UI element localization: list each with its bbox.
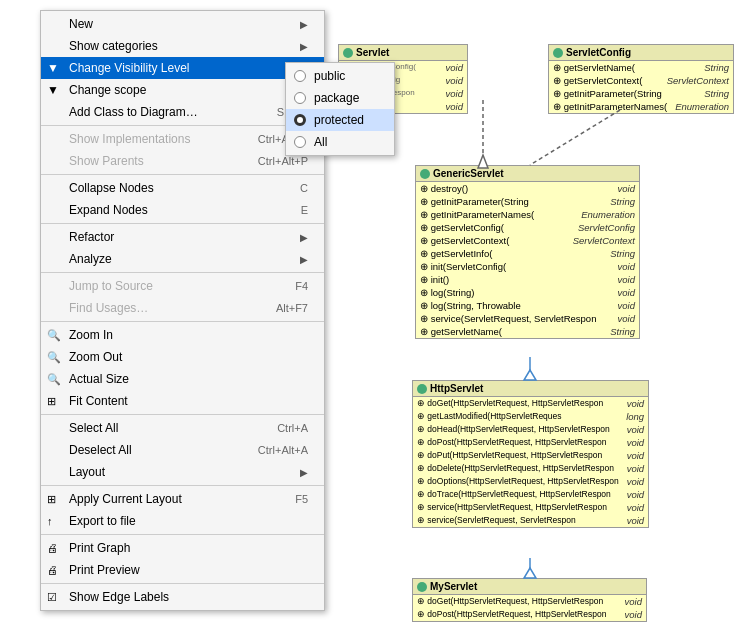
uml-row: ⊕ doGet(HttpServletRequest, HttpServletR… [413, 595, 646, 608]
separator [41, 583, 324, 584]
menu-item-show-parents: Show Parents Ctrl+Alt+P [41, 150, 324, 172]
submenu-arrow-icon: ▶ [300, 232, 308, 243]
separator [41, 534, 324, 535]
visibility-submenu: public package protected All [285, 62, 395, 156]
svg-marker-4 [524, 370, 536, 380]
filter2-icon: ▼ [47, 83, 59, 97]
uml-servletconfig-header: ServletConfig [549, 45, 733, 61]
uml-httpservlet-header: HttpServlet [413, 381, 648, 397]
uml-row: ⊕ getInitParameterNames(Enumeration [549, 100, 733, 113]
uml-servletconfig[interactable]: ServletConfig ⊕ getServletName(String ⊕ … [548, 44, 734, 114]
menu-item-select-all[interactable]: Select All Ctrl+A [41, 417, 324, 439]
actual-size-icon: 🔍 [47, 373, 61, 386]
uml-row: ⊕ service(ServletRequest, ServletResponv… [413, 514, 648, 527]
uml-row: ⊕ getServletName(String [549, 61, 733, 74]
menu-item-zoom-out[interactable]: 🔍 Zoom Out [41, 346, 324, 368]
uml-row: ⊕ getServletContext(ServletContext [416, 234, 639, 247]
print-preview-icon: 🖨 [47, 564, 58, 576]
uml-row: ⊕ doPost(HttpServletRequest, HttpServlet… [413, 436, 648, 449]
menu-item-print-preview[interactable]: 🖨 Print Preview [41, 559, 324, 581]
menu-item-refactor[interactable]: Refactor ▶ [41, 226, 324, 248]
menu-item-zoom-in[interactable]: 🔍 Zoom In [41, 324, 324, 346]
apply-layout-icon: ⊞ [47, 493, 56, 506]
uml-row: ⊕ doOptions(HttpServletRequest, HttpServ… [413, 475, 648, 488]
radio-all [294, 136, 306, 148]
uml-myservlet[interactable]: MyServlet ⊕ doGet(HttpServletRequest, Ht… [412, 578, 647, 622]
uml-genericservlet-header: GenericServlet [416, 166, 639, 182]
menu-item-layout[interactable]: Layout ▶ [41, 461, 324, 483]
menu-item-change-visibility[interactable]: ▼ Change Visibility Level ▶ [41, 57, 324, 79]
zoom-out-icon: 🔍 [47, 351, 61, 364]
uml-row: ⊕ doHead(HttpServletRequest, HttpServlet… [413, 423, 648, 436]
menu-item-expand-nodes[interactable]: Expand Nodes E [41, 199, 324, 221]
uml-row: ⊕ getServletConfig(ServletConfig [416, 221, 639, 234]
print-graph-icon: 🖨 [47, 542, 58, 554]
uml-row: ⊕ doPut(HttpServletRequest, HttpServletR… [413, 449, 648, 462]
menu-item-apply-layout[interactable]: ⊞ Apply Current Layout F5 [41, 488, 324, 510]
uml-row: ⊕ getInitParameterNames(Enumeration [416, 208, 639, 221]
uml-row: ⊕ doGet(HttpServletRequest, HttpServletR… [413, 397, 648, 410]
uml-row: ⊕ doPost(HttpServletRequest, HttpServlet… [413, 608, 646, 621]
radio-public [294, 70, 306, 82]
uml-row: ⊕ init()void [416, 273, 639, 286]
menu-item-fit-content[interactable]: ⊞ Fit Content [41, 390, 324, 412]
uml-row: ⊕ init(ServletConfig(void [416, 260, 639, 273]
export-icon: ↑ [47, 515, 53, 527]
separator [41, 223, 324, 224]
separator [41, 125, 324, 126]
menu-item-actual-size[interactable]: 🔍 Actual Size [41, 368, 324, 390]
uml-row: ⊕ service(HttpServletRequest, HttpServle… [413, 501, 648, 514]
submenu-arrow-icon: ▶ [300, 41, 308, 52]
uml-row: ⊕ log(String, Throwablevoid [416, 299, 639, 312]
uml-row: ⊕ service(ServletRequest, ServletResponv… [416, 312, 639, 325]
menu-item-print-graph[interactable]: 🖨 Print Graph [41, 537, 324, 559]
submenu-item-protected[interactable]: protected [286, 109, 394, 131]
radio-protected [294, 114, 306, 126]
submenu-item-package[interactable]: package [286, 87, 394, 109]
uml-row: ⊕ doDelete(HttpServletRequest, HttpServl… [413, 462, 648, 475]
uml-row: ⊕ getServletContext(ServletContext [549, 74, 733, 87]
submenu-arrow-icon: ▶ [300, 254, 308, 265]
menu-item-deselect-all[interactable]: Deselect All Ctrl+Alt+A [41, 439, 324, 461]
separator [41, 321, 324, 322]
separator [41, 485, 324, 486]
menu-item-export-file[interactable]: ↑ Export to file [41, 510, 324, 532]
uml-genericservlet[interactable]: GenericServlet ⊕ destroy()void ⊕ getInit… [415, 165, 640, 339]
uml-row: ⊕ log(String)void [416, 286, 639, 299]
separator [41, 414, 324, 415]
uml-row: ⊕ getInitParameter(StringString [416, 195, 639, 208]
separator [41, 174, 324, 175]
uml-row: ⊕ getLastModified(HttpServletRequeslong [413, 410, 648, 423]
svg-marker-6 [524, 568, 536, 578]
context-menu: New ▶ Show categories ▶ ▼ Change Visibil… [40, 10, 325, 611]
uml-row: ⊕ getInitParameter(StringString [549, 87, 733, 100]
radio-package [294, 92, 306, 104]
uml-row: ⊕ destroy()void [416, 182, 639, 195]
submenu-item-public[interactable]: public [286, 65, 394, 87]
uml-row: ⊕ getServletName(String [416, 325, 639, 338]
submenu-item-all[interactable]: All [286, 131, 394, 153]
uml-row: ⊕ getServletInfo(String [416, 247, 639, 260]
menu-item-find-usages: Find Usages… Alt+F7 [41, 297, 324, 319]
separator [41, 272, 324, 273]
submenu-arrow-icon: ▶ [300, 467, 308, 478]
zoom-in-icon: 🔍 [47, 329, 61, 342]
menu-item-show-categories[interactable]: Show categories ▶ [41, 35, 324, 57]
menu-item-show-impl: Show Implementations Ctrl+Alt+B [41, 128, 324, 150]
uml-row: ⊕ doTrace(HttpServletRequest, HttpServle… [413, 488, 648, 501]
submenu-arrow-icon: ▶ [300, 19, 308, 30]
fit-icon: ⊞ [47, 395, 56, 408]
uml-servlet-header: Servlet [339, 45, 467, 61]
menu-item-analyze[interactable]: Analyze ▶ [41, 248, 324, 270]
menu-item-collapse-nodes[interactable]: Collapse Nodes C [41, 177, 324, 199]
menu-item-show-edge-labels[interactable]: ☑ Show Edge Labels [41, 586, 324, 608]
checkbox-icon: ☑ [47, 591, 57, 604]
svg-line-2 [530, 110, 620, 165]
filter-icon: ▼ [47, 61, 59, 75]
menu-item-jump-to-source: Jump to Source F4 [41, 275, 324, 297]
uml-myservlet-header: MyServlet [413, 579, 646, 595]
uml-httpservlet[interactable]: HttpServlet ⊕ doGet(HttpServletRequest, … [412, 380, 649, 528]
menu-item-add-class[interactable]: Add Class to Diagram… Space [41, 101, 324, 123]
menu-item-change-scope[interactable]: ▼ Change scope ▶ [41, 79, 324, 101]
menu-item-new[interactable]: New ▶ [41, 13, 324, 35]
